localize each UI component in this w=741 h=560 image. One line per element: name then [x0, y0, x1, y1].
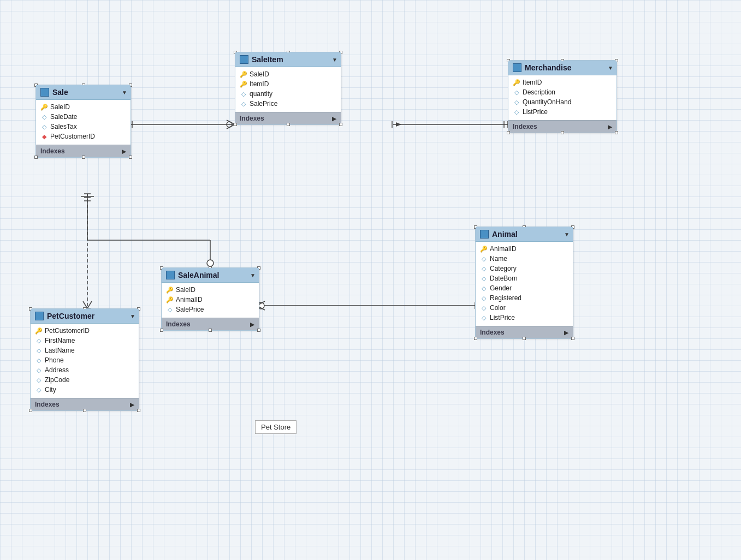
sale-dropdown-arrow[interactable]: ▼: [122, 90, 127, 96]
merchandise-table-name: Merchandise: [525, 63, 572, 72]
field-name: SaleID: [250, 70, 269, 78]
diamond-icon: ◇: [480, 265, 487, 272]
field-name: SaleID: [50, 103, 70, 111]
sale-table: Sale ▼ 🔑 SaleID ◇ SaleDate ◇ SalesTax ◆ …: [35, 85, 131, 158]
diamond-icon: ◇: [40, 114, 48, 121]
diamond-icon: ◇: [166, 306, 173, 313]
db-icon: [480, 230, 489, 239]
field-name: ItemID: [250, 80, 269, 88]
diamond-icon: ◇: [480, 285, 487, 292]
key-icon: 🔑: [240, 81, 247, 88]
indexes-arrow: ▶: [608, 124, 612, 130]
animal-table: Animal ▼ 🔑 AnimalID ◇ Name ◇ Category ◇ …: [475, 227, 573, 339]
field-name: ItemID: [523, 79, 542, 86]
saleanimal-table: SaleAnimal ▼ 🔑 SaleID 🔑 AnimalID ◇ SaleP…: [161, 267, 259, 331]
diamond-icon: ◇: [40, 123, 48, 130]
indexes-label: Indexes: [480, 329, 505, 336]
indexes-arrow: ▶: [122, 148, 126, 154]
saleanimal-dropdown-arrow[interactable]: ▼: [250, 272, 256, 278]
animal-table-header: Animal ▼: [476, 227, 573, 242]
field-itemid: 🔑 ItemID: [235, 79, 341, 89]
field-name: SalePrice: [176, 306, 204, 313]
animal-table-name: Animal: [492, 230, 518, 239]
saleitem-dropdown-arrow[interactable]: ▼: [332, 57, 337, 63]
field-lastname: ◇ LastName: [31, 345, 139, 355]
merchandise-table-body: 🔑 ItemID ◇ Description ◇ QuantityOnHand …: [508, 75, 616, 119]
field-name: quantity: [250, 90, 272, 98]
diamond-icon: ◇: [240, 91, 247, 98]
sale-table-header: Sale ▼: [36, 85, 131, 100]
field-registered: ◇ Registered: [476, 293, 573, 303]
diamond-icon: ◇: [513, 89, 520, 96]
field-saleid: 🔑 SaleID: [235, 69, 341, 79]
indexes-label: Indexes: [513, 123, 537, 130]
saleanimal-table-body: 🔑 SaleID 🔑 AnimalID ◇ SalePrice: [162, 283, 259, 317]
diamond-icon: ◇: [35, 337, 42, 344]
diamond-icon: ◇: [35, 367, 42, 374]
field-name: Description: [523, 88, 555, 96]
diamond-icon: ◇: [35, 347, 42, 354]
field-name: LastName: [45, 347, 75, 354]
field-name: ListPrice: [490, 314, 515, 321]
field-name: Registered: [490, 294, 521, 302]
field-petcustomerid: 🔑 PetCustomerID: [31, 326, 139, 336]
svg-line-17: [87, 301, 92, 308]
field-name: AnimalID: [176, 296, 203, 303]
field-color: ◇ Color: [476, 303, 573, 313]
petcustomer-dropdown-arrow[interactable]: ▼: [130, 313, 135, 319]
field-firstname: ◇ FirstName: [31, 336, 139, 345]
field-quantity: ◇ quantity: [235, 89, 341, 99]
merchandise-dropdown-arrow[interactable]: ▼: [608, 65, 613, 71]
saleitem-table-body: 🔑 SaleID 🔑 ItemID ◇ quantity ◇ SalePrice: [235, 67, 341, 111]
field-name: QuantityOnHand: [523, 98, 571, 106]
field-phone: ◇ Phone: [31, 355, 139, 365]
animal-table-body: 🔑 AnimalID ◇ Name ◇ Category ◇ DateBorn …: [476, 242, 573, 325]
svg-marker-10: [396, 122, 401, 127]
field-saleprice: ◇ SalePrice: [162, 305, 259, 314]
field-name: DateBorn: [490, 275, 518, 282]
field-saleid: 🔑 SaleID: [36, 102, 131, 112]
diamond-icon: ◇: [35, 386, 42, 394]
field-name: ◇ Name: [476, 254, 573, 264]
field-name: Gender: [490, 284, 512, 292]
diamond-icon: ◇: [513, 109, 520, 116]
field-saledate: ◇ SaleDate: [36, 112, 131, 122]
key-icon: 🔑: [480, 246, 487, 253]
indexes-arrow: ▶: [332, 116, 336, 122]
field-zipcode: ◇ ZipCode: [31, 375, 139, 385]
field-name: FirstName: [45, 337, 75, 344]
animal-dropdown-arrow[interactable]: ▼: [564, 231, 570, 237]
field-salestax: ◇ SalesTax: [36, 122, 131, 132]
db-icon: [35, 312, 44, 320]
field-name: City: [45, 386, 56, 394]
field-address: ◇ Address: [31, 365, 139, 375]
key-icon: 🔑: [35, 327, 42, 335]
key-icon: 🔑: [40, 104, 48, 111]
diamond-icon: ◇: [35, 357, 42, 364]
field-listprice: ◇ ListPrice: [508, 107, 616, 117]
field-name: ListPrice: [523, 108, 548, 116]
field-description: ◇ Description: [508, 87, 616, 97]
indexes-label: Indexes: [240, 115, 264, 122]
diamond-icon: ◇: [480, 314, 487, 321]
field-name: SalePrice: [250, 100, 277, 108]
field-saleprice: ◇ SalePrice: [235, 99, 341, 109]
svg-point-21: [207, 260, 214, 266]
saleitem-table-name: SaleItem: [252, 55, 283, 64]
indexes-label: Indexes: [35, 401, 60, 408]
merchandise-table-header: Merchandise ▼: [508, 61, 616, 75]
field-name: ZipCode: [45, 376, 69, 384]
indexes-label: Indexes: [40, 147, 65, 155]
field-petcustomerid: ◆ PetCustomerID: [36, 132, 131, 141]
saleanimal-table-name: SaleAnimal: [178, 271, 219, 279]
field-name: PetCustomerID: [50, 133, 95, 140]
field-category: ◇ Category: [476, 264, 573, 273]
saleanimal-table-header: SaleAnimal ▼: [162, 268, 259, 283]
field-city: ◇ City: [31, 385, 139, 395]
petcustomer-table-name: PetCustomer: [47, 312, 94, 320]
diamond-icon: ◇: [240, 100, 247, 108]
field-itemid: 🔑 ItemID: [508, 78, 616, 87]
indexes-arrow: ▶: [564, 330, 568, 336]
key-icon: 🔑: [166, 287, 173, 294]
field-quantityonhand: ◇ QuantityOnHand: [508, 97, 616, 107]
